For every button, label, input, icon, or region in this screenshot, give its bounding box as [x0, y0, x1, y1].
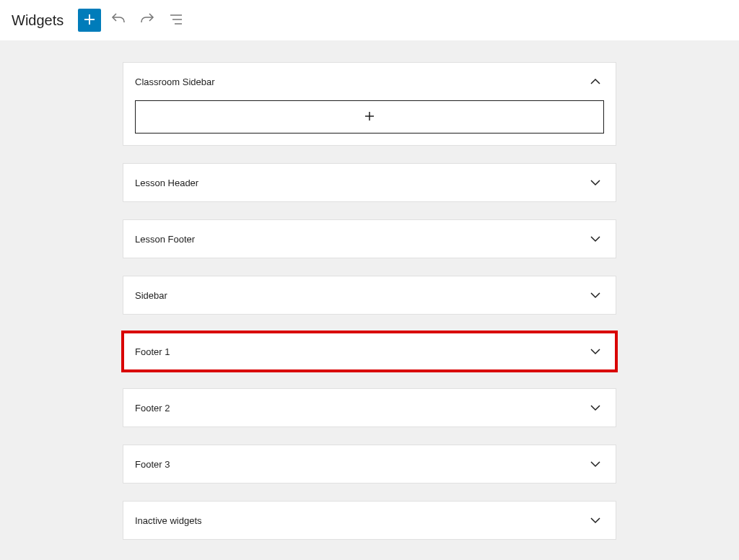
chevron-up-icon: [587, 73, 604, 90]
widget-area-sidebar: Sidebar: [123, 276, 616, 315]
widget-area-classroom-sidebar: Classroom Sidebar: [123, 62, 616, 146]
chevron-down-icon: [587, 399, 604, 416]
widget-area-lesson-footer: Lesson Footer: [123, 219, 616, 258]
widget-area-title: Footer 1: [135, 346, 170, 357]
widget-area-header[interactable]: Inactive widgets: [123, 502, 616, 539]
redo-icon: [139, 11, 156, 30]
widget-area-title: Footer 3: [135, 459, 170, 470]
widget-area-footer-3: Footer 3: [123, 445, 616, 484]
widget-area-inactive-widgets: Inactive widgets: [123, 501, 616, 540]
redo-button[interactable]: [136, 9, 159, 32]
undo-button[interactable]: [107, 9, 130, 32]
page-title: Widgets: [12, 12, 64, 29]
widget-area-body: [123, 100, 616, 145]
widget-area-list: Classroom Sidebar Lesson Header: [123, 62, 616, 540]
widget-area-header[interactable]: Sidebar: [123, 276, 616, 314]
plus-icon: [361, 108, 378, 127]
chevron-down-icon: [587, 286, 604, 304]
plus-icon: [81, 11, 98, 30]
widget-area-header[interactable]: Footer 3: [123, 445, 616, 483]
widget-area-header[interactable]: Lesson Header: [123, 164, 616, 201]
widget-area-lesson-header: Lesson Header: [123, 163, 616, 202]
header-toolbar: Widgets: [0, 0, 739, 40]
widget-area-header[interactable]: Footer 2: [123, 389, 616, 426]
add-block-toggle-button[interactable]: [78, 9, 101, 32]
content-area: Classroom Sidebar Lesson Header: [0, 40, 739, 560]
list-view-icon: [167, 11, 185, 30]
widget-area-title: Lesson Header: [135, 178, 198, 188]
widget-area-title: Lesson Footer: [135, 234, 195, 245]
add-block-button[interactable]: [135, 100, 604, 134]
widget-area-title: Inactive widgets: [135, 515, 202, 526]
widget-area-header[interactable]: Classroom Sidebar: [123, 63, 616, 100]
widget-area-title: Footer 2: [135, 403, 170, 414]
widget-area-header[interactable]: Lesson Footer: [123, 220, 616, 258]
widget-area-title: Classroom Sidebar: [135, 76, 215, 87]
widget-area-title: Sidebar: [135, 290, 167, 301]
widget-area-header[interactable]: Footer 1: [123, 333, 616, 370]
chevron-down-icon: [587, 455, 604, 473]
chevron-down-icon: [587, 343, 604, 360]
list-view-button[interactable]: [165, 9, 188, 32]
undo-icon: [110, 11, 127, 30]
widget-area-footer-1: Footer 1: [123, 332, 616, 371]
widget-area-footer-2: Footer 2: [123, 388, 616, 427]
chevron-down-icon: [587, 230, 604, 248]
chevron-down-icon: [587, 512, 604, 529]
chevron-down-icon: [587, 174, 604, 191]
